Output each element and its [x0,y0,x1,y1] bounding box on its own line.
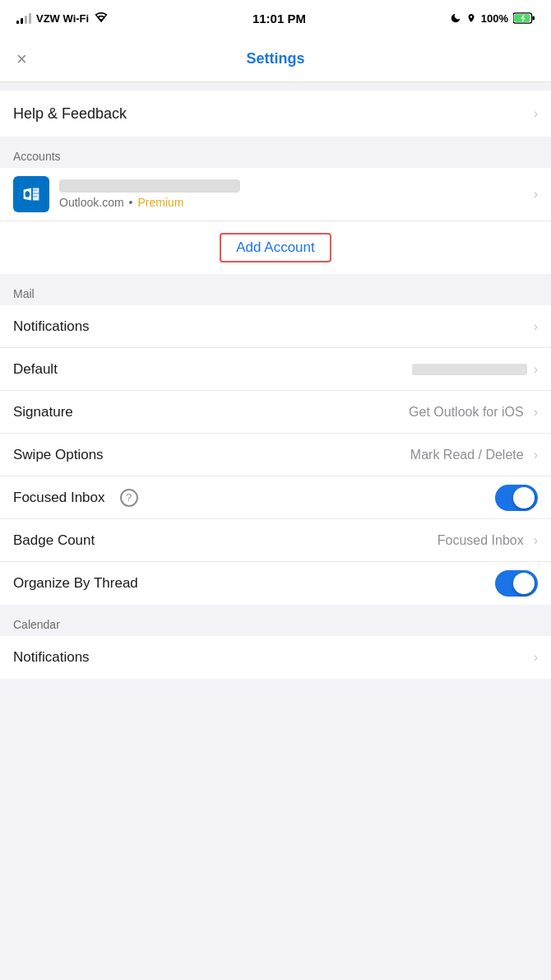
page-title: Settings [246,50,304,67]
account-type: Outlook.com • Premium [59,196,524,209]
focused-inbox-left: Focused Inbox ? [13,489,495,507]
notifications-label: Notifications [13,318,90,335]
signal-icon [16,13,31,24]
signature-value: Get Outlook for iOS [409,405,524,420]
chevron-icon: › [534,405,538,420]
swipe-options-value: Mark Read / Delete [410,448,524,462]
calendar-label: Calendar [13,618,60,631]
chevron-icon: › [534,448,538,462]
badge-count-row[interactable]: Badge Count Focused Inbox › [0,519,551,562]
calendar-list: Notifications › [0,636,551,679]
chevron-icon: › [534,362,538,377]
svg-rect-2 [532,16,535,20]
close-button[interactable]: × [16,50,27,68]
mail-label: Mail [13,287,35,300]
default-label: Default [13,361,58,378]
wifi-icon [94,12,109,24]
calendar-notifications-label: Notifications [13,649,90,666]
calendar-notifications-row[interactable]: Notifications › [0,636,551,679]
status-time: 11:01 PM [252,12,306,26]
chevron-icon: › [534,650,538,665]
add-account-row[interactable]: Add Account [0,221,551,274]
badge-count-label: Badge Count [13,532,95,549]
swipe-options-label: Swipe Options [13,447,104,463]
svg-point-4 [25,191,30,197]
focused-inbox-toggle[interactable] [495,485,538,511]
organize-thread-label: Organize By Thread [13,575,138,592]
default-row[interactable]: Default › [0,348,551,391]
default-value-blurred [412,364,527,375]
account-chevron-icon: › [534,187,538,202]
help-section: Help & Feedback › [0,91,551,137]
help-label: Help & Feedback [13,105,127,123]
chevron-icon: › [534,533,538,548]
signature-row[interactable]: Signature Get Outlook for iOS › [0,391,551,434]
outlook-icon [13,176,49,212]
account-dot: • [129,196,133,209]
chevron-icon: › [534,106,538,121]
status-left: VZW Wi-Fi [16,12,109,25]
svg-rect-5 [33,193,39,194]
svg-rect-7 [33,189,38,191]
battery-pct: 100% [481,12,508,25]
status-bar: VZW Wi-Fi 11:01 PM 100% [0,0,551,36]
account-info: Outlook.com • Premium [59,179,524,209]
accounts-section-header: Accounts [0,137,551,168]
account-service: Outlook.com [59,196,124,209]
account-premium: Premium [138,196,184,209]
status-right: 100% [450,12,535,25]
chevron-icon: › [534,319,538,334]
accounts-label: Accounts [13,150,61,163]
add-account-button[interactable]: Add Account [220,233,331,262]
mail-list: Notifications › Default › Signature Get … [0,305,551,605]
account-row[interactable]: Outlook.com • Premium › [0,168,551,221]
calendar-section-header: Calendar [0,605,551,636]
organize-thread-row[interactable]: Organize By Thread [0,562,551,605]
location-icon [466,12,476,24]
organize-thread-toggle[interactable] [495,570,538,597]
notifications-row[interactable]: Notifications › [0,305,551,348]
signature-label: Signature [13,404,73,420]
help-feedback-row[interactable]: Help & Feedback › [0,91,551,137]
account-email-blurred [59,179,240,193]
svg-rect-6 [33,196,38,197]
badge-count-value: Focused Inbox [438,533,524,548]
focused-inbox-label: Focused Inbox [13,490,105,506]
nav-header: × Settings [0,36,551,82]
swipe-options-row[interactable]: Swipe Options Mark Read / Delete › [0,434,551,476]
moon-icon [450,12,461,24]
spacer-top [0,82,551,91]
carrier-label: VZW Wi-Fi [36,12,89,25]
mail-section-header: Mail [0,274,551,305]
accounts-list: Outlook.com • Premium › Add Account [0,168,551,274]
focused-inbox-help-icon[interactable]: ? [120,489,138,507]
battery-icon [513,12,535,24]
focused-inbox-row[interactable]: Focused Inbox ? [0,476,551,519]
